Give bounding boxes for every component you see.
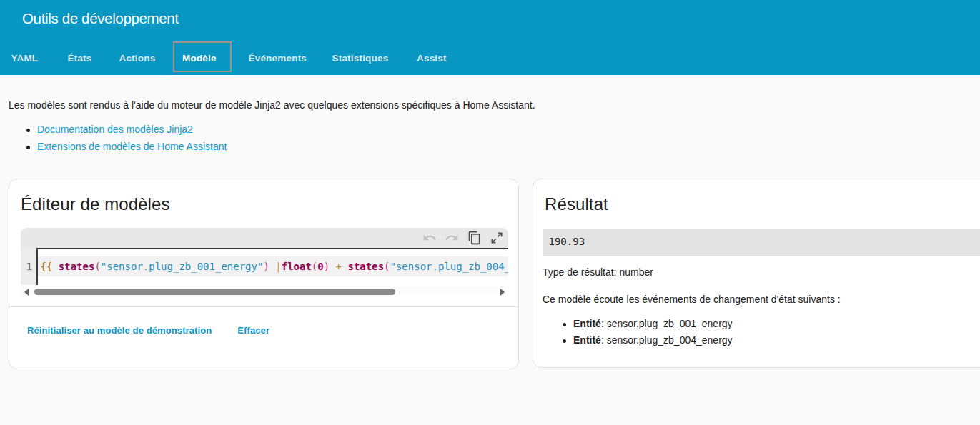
entity-list-item: Entité: sensor.plug_zb_004_energy <box>545 332 733 349</box>
link-ha-extensions[interactable]: Extensions de modèles de Home Assistant <box>37 141 227 152</box>
entity-label: Entité <box>573 318 601 329</box>
code-token: ) <box>263 261 269 272</box>
tab-label: Statistiques <box>332 53 389 64</box>
list-item: Documentation des modèles Jinja2 <box>9 121 227 139</box>
code-token: states <box>347 261 384 272</box>
clear-button[interactable]: Effacer <box>232 318 275 344</box>
entity-list-item: Entité: sensor.plug_zb_001_energy <box>545 316 733 332</box>
editor-horizontal-scrollbar[interactable] <box>21 286 508 296</box>
undo-icon[interactable] <box>422 231 437 245</box>
scrollbar-right-arrow-icon[interactable] <box>500 289 505 296</box>
tab-etats[interactable]: États <box>53 41 107 75</box>
result-value: 190.93 <box>549 236 585 247</box>
editor-card-actions: Réinitialiser au modèle de démonstration… <box>21 318 275 344</box>
code-area[interactable]: {{ states("sensor.plug_zb_001_energy") |… <box>36 248 508 285</box>
code-token: {{ <box>41 261 59 272</box>
app-header: Outils de développement YAMLÉtatsActions… <box>0 0 980 75</box>
code-token: "sensor.plug_zb_001_energy" <box>101 261 264 272</box>
entity-value: : sensor.plug_zb_004_energy <box>601 334 733 346</box>
redo-icon[interactable] <box>445 231 459 245</box>
focus-outline-top <box>36 248 508 249</box>
tab-label: YAML <box>11 53 39 64</box>
link-jinja2-docs[interactable]: Documentation des modèles Jinja2 <box>37 124 193 135</box>
code-token: 0 <box>317 261 323 272</box>
entity-value: : sensor.plug_zb_001_energy <box>601 318 733 329</box>
code-token: states <box>59 261 95 272</box>
editor-card-title: Éditeur de modèles <box>21 194 170 214</box>
result-card-title: Résultat <box>545 194 608 214</box>
tab-label: Modèle <box>182 53 217 64</box>
editor-body: 1 {{ states("sensor.plug_zb_001_energy")… <box>21 248 508 285</box>
tab-label: Assist <box>417 53 447 64</box>
editor-toolbar <box>21 228 508 248</box>
line-number: 1 <box>26 261 32 272</box>
line-number-gutter: 1 <box>21 248 36 285</box>
expand-icon[interactable] <box>490 231 504 245</box>
focus-outline-left <box>36 248 38 285</box>
tab-label: Actions <box>119 53 156 64</box>
listen-events-text: Ce modèle écoute les événements de chang… <box>543 294 841 305</box>
code-token: float <box>282 261 312 272</box>
code-token: "sensor.plug_zb_004_energy" <box>390 261 509 272</box>
tab-assist[interactable]: Assist <box>402 41 462 75</box>
result-card: Résultat 190.93 Type de résultat: number… <box>533 179 980 368</box>
code-token: ( <box>384 261 390 272</box>
tab-statistiques[interactable]: Statistiques <box>317 41 404 75</box>
tab-label: États <box>68 53 92 64</box>
code-editor[interactable]: 1 {{ states("sensor.plug_zb_001_energy")… <box>21 228 508 296</box>
code-token <box>269 261 275 272</box>
entity-label: Entité <box>573 334 601 346</box>
result-type-text: Type de résultat: number <box>543 266 653 278</box>
list-item: Extensions de modèles de Home Assistant <box>9 139 227 156</box>
selected-tab-indicator <box>170 75 234 78</box>
code-line[interactable]: {{ states("sensor.plug_zb_001_energy") |… <box>36 256 508 276</box>
result-value-box: 190.93 <box>543 229 980 256</box>
tab-evenements[interactable]: Événements <box>234 41 322 75</box>
code-token <box>330 261 335 272</box>
tab-bar: YAMLÉtatsActionsModèleÉvénementsStatisti… <box>0 41 980 75</box>
tab-actions[interactable]: Actions <box>104 41 171 75</box>
page-title: Outils de développement <box>22 10 179 27</box>
tab-modele[interactable]: Modèle <box>167 41 232 75</box>
entity-list: Entité: sensor.plug_zb_001_energyEntité:… <box>545 316 733 349</box>
card-divider <box>9 306 518 307</box>
code-token: + <box>336 261 342 272</box>
code-token: ( <box>94 261 100 272</box>
template-editor-card: Éditeur de modèles 1 {{ states("sensor.p… <box>9 179 519 369</box>
scrollbar-left-arrow-icon[interactable] <box>24 289 29 296</box>
scrollbar-thumb[interactable] <box>34 289 395 295</box>
code-token: ) <box>324 261 330 272</box>
tab-label: Événements <box>249 53 307 64</box>
tab-yaml[interactable]: YAML <box>0 41 53 75</box>
copy-icon[interactable] <box>467 231 482 245</box>
code-token: | <box>275 261 281 272</box>
intro-description: Les modèles sont rendus à l'aide du mote… <box>9 99 535 111</box>
reset-demo-template-button[interactable]: Réinitialiser au modèle de démonstration <box>21 318 217 344</box>
intro-link-list: Documentation des modèles Jinja2 Extensi… <box>9 121 227 155</box>
